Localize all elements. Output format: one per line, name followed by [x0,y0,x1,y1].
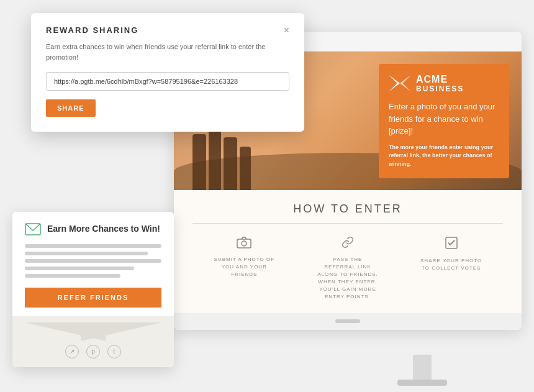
main-scene: ACME BUSINESS Enter a photo of you and y… [12,13,522,380]
stand-neck [413,355,432,380]
social-icons-row: ↗ p t [65,345,121,358]
reward-sharing-modal: REWARD SHARING × Earn extra chances to w… [31,13,304,132]
email-body: Earn More Chances to Win! REFER FRIENDS [12,212,174,316]
twitter-icon[interactable]: t [107,345,121,358]
svg-marker-0 [389,75,400,92]
refer-friends-button[interactable]: REFER FRIENDS [25,288,161,308]
svg-point-3 [242,241,247,246]
svg-rect-2 [237,239,251,248]
share-button[interactable]: SHARE [46,99,96,117]
modal-header: REWARD SHARING × [46,25,289,35]
step-2: PASS THE REFERRAL LINK ALONG TO FRIENDS.… [296,236,400,301]
step-2-label: PASS THE REFERRAL LINK ALONG TO FRIENDS.… [317,256,379,301]
text-line-5 [25,274,120,278]
camera-icon [237,236,251,251]
step-3-label: SHARE YOUR PHOTO TO COLLECT VOTES [420,257,482,272]
monitor-stand [397,355,447,386]
email-card: Earn More Chances to Win! REFER FRIENDS … [12,212,174,367]
share-icon[interactable]: ↗ [65,345,79,358]
email-envelope-footer: ↗ p t [12,316,174,367]
text-line-2 [25,252,148,255]
modal-close-button[interactable]: × [284,25,289,35]
text-line-1 [25,244,161,248]
email-text-lines [25,244,161,278]
email-envelope-icon [25,223,41,235]
referral-url-input[interactable] [46,72,289,91]
orange-brand-card: ACME BUSINESS Enter a photo of you and y… [379,64,509,179]
svg-marker-1 [400,75,411,92]
section-divider [192,223,503,224]
hero-subtext: The more your friends enter using your r… [389,144,499,169]
text-line-3 [25,259,161,263]
pinterest-icon[interactable]: p [86,345,100,358]
email-header-row: Earn More Chances to Win! [25,223,161,235]
step-3: SHARE YOUR PHOTO TO COLLECT VOTES [399,236,503,301]
email-card-title: Earn More Chances to Win! [47,223,160,234]
step-1-label: SUBMIT A PHOTO OF YOU AND YOUR FRIENDS [213,256,275,278]
link-icon [340,236,355,251]
text-line-4 [25,267,134,270]
brand-name: ACME [416,74,464,85]
step-1: SUBMIT A PHOTO OF YOU AND YOUR FRIENDS [192,236,296,301]
brand-sub: BUSINESS [416,84,464,93]
scroll-knob[interactable] [335,319,360,323]
modal-description: Earn extra chances to win when friends u… [46,42,289,63]
browser-scrollbar[interactable] [174,313,522,329]
how-to-enter-section: HOW TO ENTER SUBMIT A PHOTO OF YOU A [174,190,522,313]
hero-headline: Enter a photo of you and your friends fo… [389,101,499,137]
checkbox-icon [445,236,458,252]
acme-logo: ACME BUSINESS [389,74,499,94]
how-to-enter-title: HOW TO ENTER [293,203,402,216]
acme-bird-icon [389,75,411,92]
envelope-flap [25,322,161,341]
steps-row: SUBMIT A PHOTO OF YOU AND YOUR FRIENDS P… [192,236,503,301]
modal-title: REWARD SHARING [46,25,138,35]
stand-base [397,380,447,386]
